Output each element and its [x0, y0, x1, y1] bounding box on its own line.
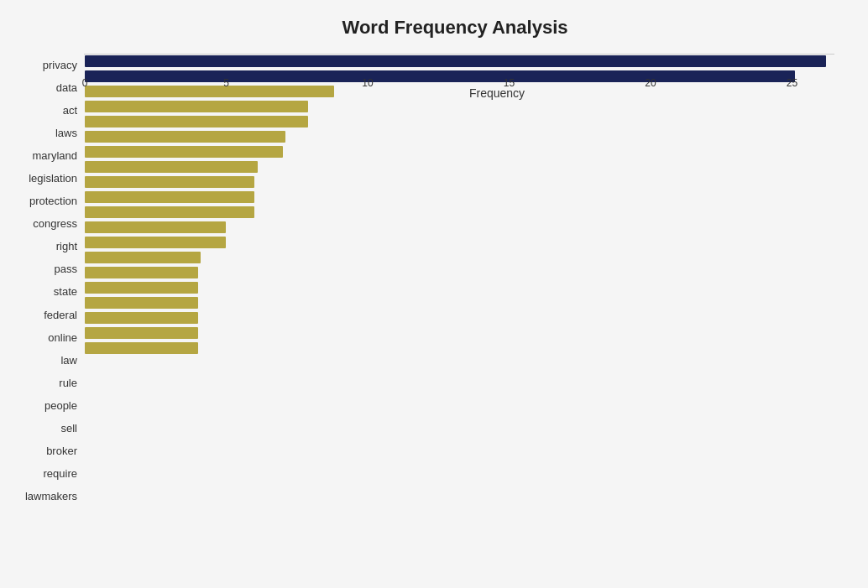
- y-axis-label: protection: [29, 190, 77, 212]
- bar-row: [85, 220, 834, 235]
- y-axis-label: rule: [59, 372, 77, 394]
- bar-row: [85, 174, 834, 190]
- x-axis-tick-label: 0: [82, 77, 88, 89]
- bar-row: [85, 205, 834, 220]
- y-axis-label: state: [54, 280, 77, 303]
- bar-row: [85, 84, 834, 99]
- x-axis-tick-label: 5: [223, 77, 229, 89]
- y-axis-label: data: [56, 76, 77, 99]
- x-axis-tick-label: 25: [787, 77, 797, 89]
- y-axis-label: right: [56, 235, 77, 258]
- bar: [85, 237, 226, 248]
- bar-row: [85, 144, 834, 159]
- bar: [85, 342, 198, 354]
- bar-row: [85, 69, 834, 84]
- bar-row: [85, 341, 834, 356]
- bar: [85, 146, 283, 158]
- y-axis-label: federal: [44, 304, 77, 326]
- bar-row: [85, 280, 834, 295]
- bar-row: [85, 235, 834, 250]
- bar-row: [85, 99, 834, 114]
- bar: [85, 161, 258, 173]
- bar: [85, 131, 285, 143]
- y-axis-label: law: [60, 349, 77, 372]
- bar: [85, 327, 198, 339]
- y-axis-label: broker: [46, 440, 77, 462]
- bar: [85, 312, 198, 324]
- bar-row: [85, 310, 834, 325]
- y-axis-label: pass: [55, 258, 77, 280]
- chart-title: Word Frequency Analysis: [8, 17, 834, 39]
- bar-row: [85, 325, 834, 341]
- bar: [85, 282, 198, 294]
- bar-row: [85, 159, 834, 174]
- y-axis-label: privacy: [43, 54, 77, 76]
- x-axis-tick-label: 10: [362, 77, 373, 89]
- chart-area: privacydataactlawsmarylandlegislationpro…: [8, 54, 834, 507]
- bar-row: [85, 190, 834, 205]
- bar: [85, 176, 254, 188]
- bar: [85, 101, 308, 112]
- bar-row: [85, 54, 834, 69]
- y-axis-label: act: [63, 99, 77, 122]
- y-axis-label: online: [48, 326, 77, 349]
- x-axis-tick-label: 15: [504, 77, 515, 89]
- bar-row: [85, 114, 834, 129]
- y-axis-label: people: [44, 394, 77, 417]
- bar: [85, 297, 198, 309]
- y-axis-label: maryland: [33, 144, 77, 167]
- bar: [85, 206, 254, 218]
- bar-row: [85, 265, 834, 280]
- bar: [85, 252, 201, 263]
- y-axis-label: congress: [33, 212, 77, 235]
- plot-area: 0510152025: [84, 54, 834, 55]
- chart-container: Word Frequency Analysis privacydataactla…: [0, 0, 868, 588]
- plot-wrapper: 0510152025 Frequency: [84, 54, 834, 507]
- bar-row: [85, 129, 834, 144]
- y-axis-label: legislation: [29, 167, 77, 190]
- bar-row: [85, 250, 834, 265]
- bar-row: [85, 295, 834, 310]
- y-axis-label: laws: [55, 122, 77, 144]
- y-axis-label: sell: [60, 417, 77, 440]
- bar: [85, 55, 826, 67]
- y-axis-label: require: [44, 462, 77, 485]
- y-axis-label: lawmakers: [25, 485, 77, 507]
- bar: [85, 221, 226, 233]
- bar: [85, 86, 334, 97]
- bar: [85, 191, 254, 203]
- x-axis-tick-label: 20: [645, 77, 656, 89]
- y-axis: privacydataactlawsmarylandlegislationpro…: [8, 54, 84, 507]
- bar: [85, 70, 795, 82]
- bar: [85, 267, 198, 278]
- bar: [85, 116, 308, 127]
